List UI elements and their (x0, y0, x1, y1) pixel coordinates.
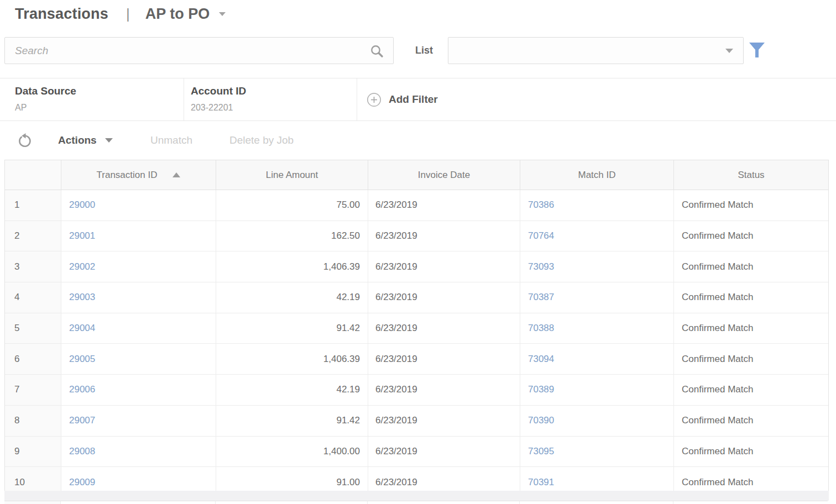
transaction-id-cell: 29007 (61, 406, 216, 437)
filter-bar: Data Source AP Account ID 203-22201 Add … (0, 78, 836, 121)
match-id-cell: 70389 (520, 375, 674, 406)
status-cell: Confirmed Match (674, 437, 828, 468)
list-dropdown[interactable] (448, 37, 744, 64)
filter-button[interactable] (747, 41, 767, 61)
transaction-id-cell: 29000 (61, 190, 216, 221)
column-header-transaction-id[interactable]: Transaction ID (61, 160, 216, 190)
transaction-id-cell: 29002 (61, 251, 216, 282)
search-box (4, 37, 394, 64)
line-amount-cell: 42.19 (216, 375, 368, 406)
partial-cell (368, 501, 520, 504)
row-number: 8 (5, 406, 61, 437)
page-header: Transactions | AP to PO (15, 6, 226, 23)
search-input[interactable] (5, 38, 393, 64)
invoice-date-cell: 6/23/2019 (368, 406, 520, 437)
match-id-cell: 70388 (520, 313, 674, 344)
line-amount-cell: 75.00 (216, 190, 368, 221)
unmatch-button[interactable]: Unmatch (150, 121, 192, 160)
invoice-date-cell: 6/23/2019 (368, 251, 520, 282)
line-amount-cell: 162.50 (216, 221, 368, 252)
partial-cell (61, 501, 216, 504)
line-amount-cell: 1,400.00 (216, 437, 368, 468)
table-header-row: Transaction ID Line Amount Invoice Date … (5, 160, 828, 190)
partial-cell (216, 501, 368, 504)
view-selector-dropdown[interactable]: AP to PO (145, 6, 226, 23)
column-header-label: Transaction ID (97, 170, 158, 181)
column-header-match-id[interactable]: Match ID (520, 160, 674, 190)
transaction-id-link[interactable]: 29000 (69, 200, 95, 211)
filter-divider (184, 78, 184, 120)
actions-menu-button[interactable]: Actions (58, 121, 113, 160)
filter-value: 203-22201 (191, 103, 233, 113)
transaction-id-link[interactable]: 29008 (69, 446, 95, 457)
match-id-link[interactable]: 70387 (528, 292, 554, 303)
table-row: 8 29007 91.42 6/23/2019 70390 Confirmed … (5, 406, 828, 437)
invoice-date-cell: 6/23/2019 (368, 375, 520, 406)
refresh-icon (17, 132, 33, 149)
row-number: 7 (5, 375, 61, 406)
filter-funnel-icon (749, 41, 765, 59)
line-amount-cell: 42.19 (216, 282, 368, 313)
transaction-id-link[interactable]: 29001 (69, 230, 95, 242)
transaction-id-link[interactable]: 29009 (69, 477, 95, 488)
column-header-label: Status (738, 170, 764, 181)
plus-circle-icon (367, 92, 382, 107)
list-label: List (415, 37, 433, 64)
row-number: 4 (5, 282, 61, 313)
column-header-label: Line Amount (266, 170, 318, 181)
match-id-cell: 73093 (520, 251, 674, 282)
transaction-id-cell: 29008 (61, 437, 216, 468)
column-header-status[interactable]: Status (674, 160, 828, 190)
match-id-cell: 73094 (520, 344, 674, 375)
transaction-id-cell: 29001 (61, 221, 216, 252)
match-id-link[interactable]: 70388 (528, 323, 554, 334)
status-cell: Confirmed Match (674, 221, 828, 252)
row-number: 1 (5, 190, 61, 221)
partial-cell (4, 501, 61, 504)
match-id-link[interactable]: 73095 (528, 446, 554, 457)
transaction-id-cell: 29003 (61, 282, 216, 313)
transaction-id-link[interactable]: 29007 (69, 415, 95, 426)
sort-ascending-icon (173, 172, 180, 177)
column-header-label: Match ID (578, 170, 615, 181)
row-number: 2 (5, 221, 61, 252)
filter-value: AP (15, 103, 27, 113)
chevron-down-icon (219, 12, 226, 16)
add-filter-label: Add Filter (389, 93, 438, 106)
delete-by-job-button[interactable]: Delete by Job (229, 121, 294, 160)
column-header-invoice-date[interactable]: Invoice Date (368, 160, 520, 190)
match-id-link[interactable]: 70386 (528, 200, 554, 211)
row-number: 3 (5, 251, 61, 282)
line-amount-cell: 1,406.39 (216, 344, 368, 375)
filter-divider (357, 78, 357, 120)
actions-label: Actions (58, 134, 97, 146)
transaction-id-link[interactable]: 29006 (69, 384, 95, 395)
chevron-down-icon (725, 49, 733, 53)
horizontal-scrollbar-track[interactable] (4, 491, 829, 501)
add-filter-button[interactable]: Add Filter (367, 78, 438, 120)
table-row: 5 29004 91.42 6/23/2019 70388 Confirmed … (5, 313, 828, 344)
table-row: 2 29001 162.50 6/23/2019 70764 Confirmed… (5, 221, 828, 252)
chevron-down-icon (105, 138, 113, 143)
match-id-link[interactable]: 70391 (528, 477, 554, 488)
transaction-id-link[interactable]: 29003 (69, 292, 95, 303)
transaction-id-link[interactable]: 29002 (69, 261, 95, 272)
status-cell: Confirmed Match (674, 344, 828, 375)
match-id-link[interactable]: 70389 (528, 384, 554, 395)
column-header-label: Invoice Date (418, 170, 471, 181)
title-separator: | (126, 6, 130, 23)
invoice-date-cell: 6/23/2019 (368, 221, 520, 252)
invoice-date-cell: 6/23/2019 (368, 313, 520, 344)
match-id-link[interactable]: 70390 (528, 415, 554, 426)
match-id-link[interactable]: 70764 (528, 230, 554, 242)
transaction-id-link[interactable]: 29004 (69, 323, 95, 334)
match-id-link[interactable]: 73094 (528, 354, 554, 365)
table-row: 4 29003 42.19 6/23/2019 70387 Confirmed … (5, 282, 828, 313)
table-row: 1 29000 75.00 6/23/2019 70386 Confirmed … (5, 190, 828, 221)
filter-label: Data Source (15, 85, 76, 97)
transaction-id-link[interactable]: 29005 (69, 354, 95, 365)
match-id-link[interactable]: 73093 (528, 261, 554, 272)
column-header-line-amount[interactable]: Line Amount (216, 160, 368, 190)
refresh-button[interactable] (17, 132, 33, 149)
row-number: 9 (5, 437, 61, 468)
